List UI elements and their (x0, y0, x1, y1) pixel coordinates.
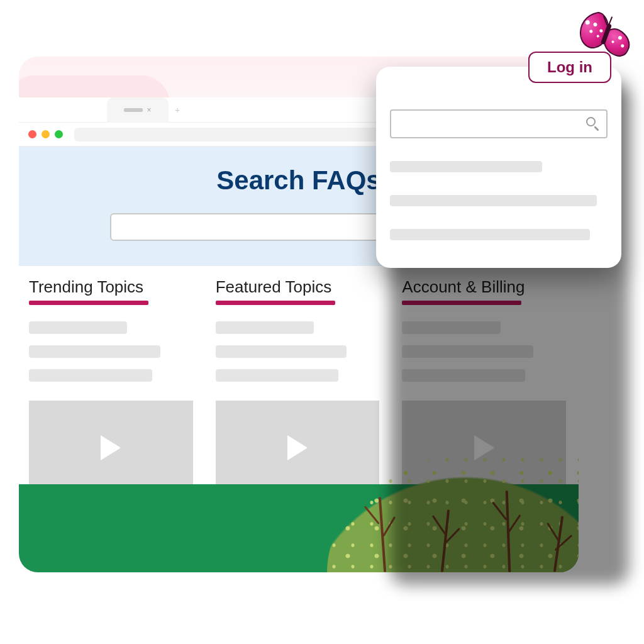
list-item[interactable] (29, 345, 160, 358)
column-trending: Trending Topics (19, 277, 206, 508)
window-zoom-icon[interactable] (55, 130, 63, 138)
column-title: Featured Topics (216, 277, 380, 297)
close-tab-icon[interactable]: × (147, 106, 151, 114)
video-thumbnail[interactable] (216, 401, 380, 495)
play-icon (101, 435, 121, 460)
title-underline (216, 301, 335, 305)
popup-search-input[interactable] (390, 109, 608, 138)
suggestion-item[interactable] (390, 161, 542, 172)
video-thumbnail[interactable] (29, 401, 193, 495)
column-title: Trending Topics (29, 277, 193, 297)
search-popup (376, 67, 621, 268)
login-label: Log in (547, 58, 592, 76)
window-close-icon[interactable] (28, 130, 36, 138)
butterfly-illustration (575, 7, 644, 65)
window-minimize-icon[interactable] (42, 130, 50, 138)
list-item[interactable] (29, 369, 152, 382)
browser-tab[interactable]: × (107, 97, 169, 123)
list-item[interactable] (216, 369, 339, 382)
title-underline (29, 301, 148, 305)
list-item[interactable] (216, 345, 347, 358)
new-tab-icon[interactable]: + (175, 105, 180, 115)
tab-title-placeholder (124, 108, 143, 112)
list-item[interactable] (29, 321, 127, 334)
play-icon (287, 435, 308, 460)
search-icon (586, 117, 600, 131)
suggestion-item[interactable] (390, 195, 597, 206)
column-featured: Featured Topics (206, 277, 392, 508)
suggestion-item[interactable] (390, 229, 590, 240)
list-item[interactable] (216, 321, 314, 334)
